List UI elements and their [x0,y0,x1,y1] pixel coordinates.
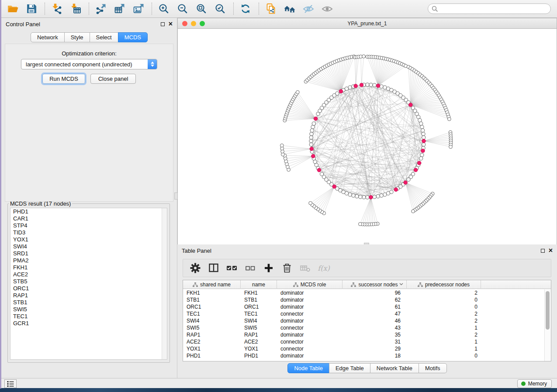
table-row[interactable]: FKH1FKH1dominator962 [183,289,544,296]
close-panel-icon[interactable]: × [549,248,553,253]
graph-node[interactable] [422,136,426,139]
tab-motifs[interactable]: Motifs [419,363,447,373]
graph-node[interactable] [419,157,423,160]
zoom-fit-icon[interactable] [194,2,209,16]
mcds-result-item[interactable]: STB1 [10,299,167,306]
zoom-selected-icon[interactable] [213,2,228,16]
graph-hub-node[interactable] [311,154,315,158]
sort-chevron-icon[interactable] [399,283,403,285]
export-image-icon[interactable] [131,2,146,16]
table-settings-icon[interactable] [188,261,202,275]
graph-node[interactable] [420,125,424,129]
tab-mcds[interactable]: MCDS [118,32,148,42]
task-history-button[interactable] [4,379,17,388]
network-graph[interactable] [178,29,557,244]
graph-hub-node[interactable] [376,84,380,88]
column-header-shared-name[interactable]: shared name [183,280,241,289]
table-row[interactable]: ACE2ACE2connector311 [183,338,544,345]
mcds-result-item[interactable]: SWI5 [10,306,167,313]
column-header-successor-nodes[interactable]: successor nodes [343,280,407,289]
graph-hub-node[interactable] [421,149,425,153]
mcds-result-item[interactable]: ORC1 [10,285,167,292]
graph-node[interactable] [355,195,359,198]
graph-node[interactable] [421,129,425,132]
graph-hub-node[interactable] [369,195,373,199]
mcds-result-item[interactable]: PMA2 [10,257,167,264]
graph-node[interactable] [311,125,315,129]
mcds-result-item[interactable]: SRD1 [10,250,167,257]
graph-node[interactable] [309,201,312,205]
graph-node[interactable] [362,196,366,199]
table-scrollbar-track[interactable] [544,289,551,361]
add-column-icon[interactable] [262,261,276,275]
graph-hub-node[interactable] [408,103,412,107]
run-mcds-button[interactable]: Run MCDS [42,74,85,84]
graph-node[interactable] [383,86,387,89]
import-table-icon[interactable] [68,2,83,16]
export-table-icon[interactable] [112,2,127,16]
graph-node[interactable] [312,122,315,125]
graph-node[interactable] [359,222,362,226]
table-row[interactable]: YOX1YOX1connector291 [183,345,544,352]
graph-node[interactable] [366,196,369,199]
mcds-result-item[interactable]: RAP1 [10,292,167,299]
criterion-dropdown[interactable]: largest connected component (undirected) [21,59,157,69]
graph-node[interactable] [296,90,299,94]
mcds-result-item[interactable]: TID3 [10,229,167,236]
search-input[interactable] [440,5,550,13]
split-panel-icon[interactable] [207,261,221,275]
graph-hub-node[interactable] [360,83,363,87]
select-all-checkboxes-icon[interactable] [225,261,239,275]
graph-node[interactable] [352,194,355,197]
first-neighbors-icon[interactable] [282,2,297,16]
mcds-result-item[interactable]: YOX1 [10,236,167,243]
mcds-result-item[interactable]: FKH1 [10,264,167,271]
graph-node[interactable] [373,83,376,87]
tab-network[interactable]: Network [31,32,65,42]
graph-node[interactable] [280,144,284,147]
float-panel-icon[interactable] [541,249,545,253]
graph-hub-node[interactable] [310,147,314,151]
table-row[interactable]: SWI4SWI4dominator462 [183,317,544,324]
float-panel-icon[interactable] [161,22,165,26]
show-all-icon[interactable] [320,2,335,16]
graph-node[interactable] [313,160,317,163]
graph-node[interactable] [348,86,352,89]
tab-edge-table[interactable]: Edge Table [329,363,370,373]
tab-select[interactable]: Select [90,32,118,42]
graph-node[interactable] [366,83,369,86]
graph-node[interactable] [309,143,313,146]
open-session-icon[interactable] [5,2,20,16]
duplicate-network-icon[interactable] [263,2,278,16]
table-row[interactable]: SWI5SWI5connector431 [183,324,544,331]
graph-hub-node[interactable] [394,188,398,192]
mcds-result-item[interactable]: CAR1 [10,215,167,222]
graph-node[interactable] [369,83,373,86]
graph-node[interactable] [380,85,383,88]
zoom-in-icon[interactable] [156,2,171,16]
hide-selected-icon[interactable] [301,2,316,16]
graph-hub-node[interactable] [314,117,318,120]
tab-node-table[interactable]: Node Table [287,363,329,373]
graph-node[interactable] [407,178,410,181]
table-row[interactable]: PHD1PHD1dominator180 [183,352,544,359]
table-scrollbar-thumb[interactable] [546,291,550,330]
table-row[interactable]: ORC1ORC1dominator610 [183,303,544,310]
graph-node[interactable] [419,122,423,125]
graph-hub-node[interactable] [404,181,408,185]
column-header-predecessor-nodes[interactable]: predecessor nodes [407,280,481,289]
graph-node[interactable] [449,145,453,148]
tab-style[interactable]: Style [64,32,90,42]
close-window-icon[interactable] [182,21,187,26]
graph-node[interactable] [310,132,313,136]
graph-node[interactable] [386,192,390,195]
graph-node[interactable] [359,195,362,199]
graph-hub-node[interactable] [317,168,321,172]
mcds-result-item[interactable]: STP4 [10,222,167,229]
table-row[interactable]: TEC1TEC1connector472 [183,310,544,317]
graph-hub-node[interactable] [414,168,418,172]
close-panel-button[interactable]: Close panel [90,74,136,84]
memory-button[interactable]: Memory [517,379,552,388]
mcds-result-item[interactable]: PHD1 [10,208,167,215]
graph-node[interactable] [418,118,422,122]
